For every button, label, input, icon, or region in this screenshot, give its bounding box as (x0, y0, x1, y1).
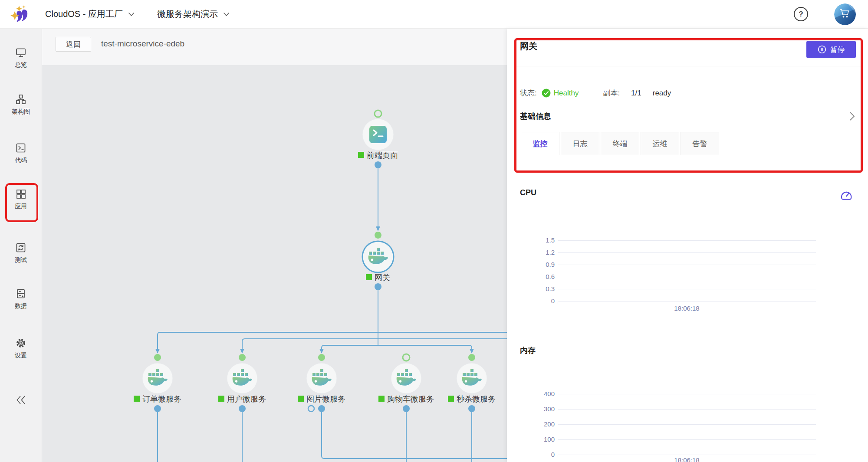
y-tick: 0 (507, 297, 555, 305)
gridline (558, 301, 816, 301)
node-frontend[interactable]: 前端页面 (358, 110, 398, 168)
sidebar-item-label: 设置 (0, 352, 42, 360)
sidebar-collapse-button[interactable] (0, 395, 42, 406)
user-avatar[interactable] (834, 3, 856, 25)
node-cart-service[interactable]: 购物车微服务 (378, 354, 434, 412)
port-out[interactable] (375, 161, 381, 168)
gear-icon (15, 337, 26, 349)
status-label: 状态: (520, 88, 537, 98)
node-gateway[interactable]: 网关 (362, 232, 394, 290)
test-icon (15, 242, 26, 253)
sidebar-item-data[interactable]: 数据 (0, 288, 42, 310)
node-label: 订单微服务 (142, 395, 181, 403)
node-label: 图片微服务 (306, 395, 345, 403)
architecture-icon (15, 94, 26, 105)
panel-tabs: 监控 日志 终端 运维 告警 (521, 132, 719, 155)
top-header: CloudOS - 应用工厂 微服务架构演示 ? (0, 0, 868, 29)
gridline (558, 439, 816, 440)
y-tick: 200 (507, 420, 555, 428)
node-seckill-service[interactable]: 秒杀微服务 (448, 354, 496, 412)
y-tick: 400 (507, 390, 555, 397)
sidebar-item-apps[interactable]: 应用 (0, 188, 42, 210)
gauge-icon-button[interactable] (839, 187, 853, 201)
cloudos-app: CloudOS - 应用工厂 微服务架构演示 ? (0, 0, 868, 462)
port-in[interactable] (468, 354, 475, 361)
y-tick: 1.5 (507, 236, 555, 244)
node-image-service[interactable]: 图片微服务 (298, 354, 345, 412)
gridline (558, 289, 816, 289)
port-in[interactable] (154, 354, 161, 361)
status-square (366, 274, 372, 280)
node-label: 前端页面 (367, 151, 398, 160)
node-label: 网关 (375, 273, 390, 282)
help-button[interactable]: ? (794, 7, 808, 21)
pause-icon (818, 45, 826, 54)
sidebar-item-settings[interactable]: 设置 (0, 337, 42, 360)
cloudos-logo-icon (10, 4, 30, 25)
sidebar-item-label: 测试 (0, 256, 42, 264)
status-square (298, 396, 304, 402)
port-in-open[interactable] (375, 110, 381, 117)
back-button[interactable]: 返回 (56, 37, 91, 52)
status-square (134, 396, 140, 402)
product-selector[interactable]: CloudOS - 应用工厂 (45, 8, 135, 20)
pause-button[interactable]: 暂停 (806, 41, 856, 58)
tab-terminal[interactable]: 终端 (601, 132, 639, 155)
node-order-service[interactable]: 订单微服务 (134, 354, 181, 412)
replicas-value: 1/1 (631, 89, 641, 98)
node-label: 秒杀微服务 (457, 395, 496, 403)
gridline (558, 394, 816, 394)
status-square (448, 396, 454, 402)
sidebar-item-label: 架构图 (0, 108, 42, 116)
port-out[interactable] (154, 405, 161, 412)
pause-label: 暂停 (830, 45, 845, 55)
tab-logs[interactable]: 日志 (561, 132, 599, 155)
basic-info-label: 基础信息 (520, 111, 551, 121)
product-label: CloudOS - 应用工厂 (45, 8, 123, 20)
port-out[interactable] (239, 405, 246, 412)
sidebar-item-label: 应用 (0, 203, 42, 210)
port-in[interactable] (375, 232, 381, 239)
sidebar-item-architecture[interactable]: 架构图 (0, 94, 42, 116)
memory-chart-title: 内存 (520, 345, 536, 356)
port-out[interactable] (468, 405, 475, 412)
port-in-open[interactable] (403, 354, 410, 361)
app-selector[interactable]: 微服务架构演示 (157, 8, 230, 20)
terminal-icon (369, 126, 387, 143)
status-square (218, 396, 224, 402)
tab-alerts[interactable]: 告警 (681, 132, 719, 155)
page-title: test-microservice-edeb (101, 39, 184, 49)
y-tick: 100 (507, 436, 555, 443)
sidebar-item-overview[interactable]: 总览 (0, 47, 42, 69)
sidebar-item-code[interactable]: 代码 (0, 142, 42, 164)
tab-monitoring[interactable]: 监控 (521, 132, 559, 155)
gridline (558, 240, 816, 241)
tab-ops[interactable]: 运维 (641, 132, 679, 155)
node-user-service[interactable]: 用户微服务 (218, 354, 266, 412)
port-in[interactable] (239, 354, 246, 361)
status-square (358, 152, 364, 158)
database-icon (15, 288, 26, 299)
port-in[interactable] (318, 354, 325, 361)
detail-panel: 网关 暂停 状态: Healthy 副本: 1/1 ready 基础信息 监 (507, 29, 868, 462)
gridline (558, 277, 816, 277)
apps-icon (15, 188, 26, 200)
divider (515, 66, 862, 66)
port-out[interactable] (403, 405, 410, 412)
x-tick-label: 18:06:18 (558, 456, 816, 462)
help-glyph: ? (799, 10, 803, 19)
y-tick: 1.2 (507, 249, 555, 256)
edge-arrowheads (155, 226, 474, 354)
sidebar-item-test[interactable]: 测试 (0, 242, 42, 264)
gridline (558, 252, 816, 253)
port-out-open[interactable] (308, 406, 314, 412)
chevron-down-icon (128, 12, 135, 16)
app-label: 微服务架构演示 (157, 8, 218, 20)
gridline (558, 409, 816, 410)
port-out[interactable] (375, 283, 381, 290)
replicas-label: 副本: (603, 88, 620, 98)
port-out[interactable] (318, 405, 325, 412)
architecture-canvas[interactable]: 前端页面 网关 订单微服务 (42, 65, 507, 462)
basic-info-row[interactable]: 基础信息 (520, 111, 855, 121)
monitor-icon (15, 47, 26, 58)
